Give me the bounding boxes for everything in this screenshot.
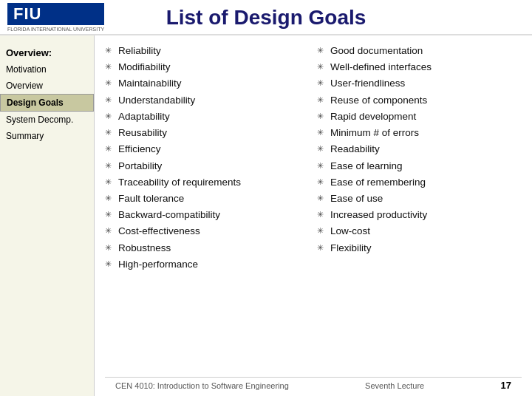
footer-course: CEN 4010: Introduction to Software Engin… (115, 381, 289, 390)
list-item: Rapid development (317, 109, 522, 125)
main-layout: Overview: Motivation Overview Design Goa… (0, 35, 532, 396)
footer-page: 17 (501, 380, 511, 391)
content-area: ReliabilityModifiabilityMaintainabilityU… (95, 35, 532, 396)
list-item: Good documentation (317, 43, 522, 59)
list-item: Maintainability (105, 75, 310, 92)
sidebar-item-summary[interactable]: Summary (0, 128, 94, 144)
right-bullet-list: Good documentationWell-defined interface… (317, 43, 522, 256)
list-item: Efficiency (105, 141, 310, 157)
list-item: Reusability (105, 125, 310, 141)
footer-lecture: Seventh Lecture (365, 381, 424, 390)
list-item: Reuse of components (317, 92, 522, 109)
list-item: Backward-compatibility (105, 207, 310, 223)
list-item: Increased productivity (317, 207, 522, 223)
list-item: Well-defined interfaces (317, 59, 522, 75)
sidebar-item-overview[interactable]: Overview (0, 78, 94, 94)
list-item: Ease of learning (317, 158, 522, 174)
list-item: Robustness (105, 240, 310, 256)
logo-area: FIU FLORIDA INTERNATIONAL UNIVERSITY (7, 3, 104, 33)
list-item: Adaptability (105, 109, 310, 125)
list-item: Cost-effectiveness (105, 223, 310, 239)
right-column: Good documentationWell-defined interface… (317, 43, 522, 377)
list-item: Flexibility (317, 240, 522, 256)
left-column: ReliabilityModifiabilityMaintainabilityU… (105, 43, 310, 377)
list-item: User-friendliness (317, 75, 522, 92)
header: FIU FLORIDA INTERNATIONAL UNIVERSITY Lis… (0, 0, 532, 35)
list-item: Understandability (105, 92, 310, 109)
list-item: Modifiability (105, 59, 310, 75)
sidebar-item-motivation[interactable]: Motivation (0, 61, 94, 78)
sidebar-item-system-decomp[interactable]: System Decomp. (0, 112, 94, 128)
list-item: Reliability (105, 43, 310, 59)
list-item: Ease of use (317, 191, 522, 207)
list-item: Minimum # of errors (317, 125, 522, 141)
list-item: Readability (317, 141, 522, 157)
sidebar-overview-label: Overview: (0, 43, 94, 61)
list-item: Fault tolerance (105, 191, 310, 207)
logo: FIU (7, 3, 104, 25)
list-item: Traceability of requirements (105, 174, 310, 191)
list-item: Ease of remembering (317, 174, 522, 191)
columns: ReliabilityModifiabilityMaintainabilityU… (105, 43, 522, 377)
sidebar-item-design-goals[interactable]: Design Goals (0, 94, 94, 112)
sidebar: Overview: Motivation Overview Design Goa… (0, 35, 95, 396)
list-item: High-performance (105, 256, 310, 273)
left-bullet-list: ReliabilityModifiabilityMaintainabilityU… (105, 43, 310, 273)
footer: CEN 4010: Introduction to Software Engin… (105, 377, 522, 393)
page-title: List of Design Goals (166, 6, 366, 30)
list-item: Portability (105, 158, 310, 174)
logo-subtitle: FLORIDA INTERNATIONAL UNIVERSITY (7, 27, 104, 33)
list-item: Low-cost (317, 223, 522, 239)
